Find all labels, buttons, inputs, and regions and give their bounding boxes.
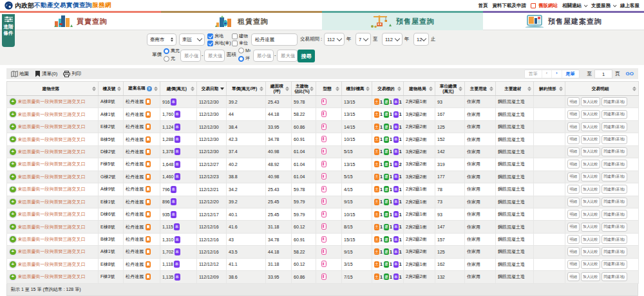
add-to-list-icon[interactable]: +	[10, 236, 16, 243]
project-badge-icon[interactable]	[146, 248, 151, 255]
district-select[interactable]: 東區	[179, 33, 205, 46]
radio-wan-yuan[interactable]: 萬元	[164, 48, 180, 54]
nav-related-links[interactable]: 相關連結	[562, 3, 587, 9]
same-project-button[interactable]: 同建案(基地)	[601, 122, 627, 131]
compare-button[interactable]: 加入比較	[581, 210, 600, 219]
map-view-button[interactable]: 地圖	[11, 71, 29, 77]
project-badge-icon[interactable]	[146, 124, 151, 130]
project-badge-icon[interactable]	[146, 236, 151, 243]
month-to-select[interactable]: 12	[413, 33, 429, 46]
detail-button[interactable]: 明細	[567, 97, 580, 106]
col-header-建物格局[interactable]: 建物格局	[404, 82, 435, 96]
project-badge-icon[interactable]	[146, 211, 151, 217]
add-to-list-icon[interactable]: +	[10, 162, 16, 168]
same-project-button[interactable]: 同建案(基地)	[601, 172, 627, 181]
detail-button[interactable]: 明細	[567, 122, 580, 131]
address-link[interactable]: 東區崇慶街一段與崇賢三路交叉口	[18, 98, 86, 105]
detail-button[interactable]: 明細	[567, 110, 580, 119]
project-badge-icon[interactable]	[146, 273, 151, 280]
same-project-button[interactable]: 同建案(基地)	[601, 210, 627, 219]
same-project-button[interactable]: 同建案(基地)	[601, 135, 627, 144]
col-header-樓及號[interactable]: 樓及號	[99, 82, 124, 96]
sort-icon[interactable]	[117, 86, 121, 91]
project-badge-icon[interactable]	[146, 98, 151, 105]
compare-button[interactable]: 加入比較	[581, 247, 600, 256]
col-header-主要用途[interactable]: 主要用途	[465, 82, 496, 96]
col-header-型態[interactable]: 型態	[316, 82, 342, 96]
radio-yuan[interactable]: 元	[164, 55, 175, 62]
same-project-button[interactable]: 同建案(基地)	[601, 247, 627, 256]
radio-square-meter[interactable]: M²	[238, 48, 251, 53]
help-icon[interactable]: ?	[147, 86, 152, 91]
detail-button[interactable]: 明細	[567, 272, 580, 281]
add-to-list-icon[interactable]: +	[10, 274, 16, 281]
address-link[interactable]: 東區崇慶街一段與崇賢三路交叉口	[18, 236, 86, 243]
compare-button[interactable]: 加入比較	[581, 122, 600, 131]
add-to-list-icon[interactable]: +	[10, 136, 16, 143]
checkbox-parking[interactable]: 車位	[232, 40, 248, 46]
project-badge-icon[interactable]	[146, 186, 151, 192]
checkbox-house-land[interactable]: 房地	[207, 33, 223, 39]
col-header-單價(萬元/坪)[interactable]: 單價(萬元/坪)	[227, 82, 266, 96]
same-project-button[interactable]: 同建案(基地)	[601, 97, 627, 106]
page-number-input[interactable]: 1	[594, 69, 612, 79]
compare-button[interactable]: 加入比較	[581, 223, 600, 232]
sort-icon[interactable]	[429, 86, 433, 91]
print-button[interactable]: 列印	[63, 71, 81, 77]
detail-button[interactable]: 明細	[567, 247, 580, 256]
col-header-車位總價[interactable]: 車位總價 (萬元)	[435, 82, 465, 96]
col-header-主要建材[interactable]: 主要建材	[496, 82, 534, 96]
tab-租賃查詢[interactable]: 租賃查詢	[161, 11, 322, 30]
sort-icon[interactable]	[397, 86, 401, 91]
same-project-button[interactable]: 同建案(基地)	[601, 260, 627, 269]
first-page-button[interactable]: 首筆	[525, 70, 542, 78]
compare-button[interactable]: 加入比較	[581, 185, 600, 194]
col-header-解約情形[interactable]: 解約情形	[534, 82, 565, 96]
address-link[interactable]: 東區崇慶街一段與崇賢三路交叉口	[18, 174, 86, 180]
year-to-select[interactable]: 112	[382, 33, 402, 46]
prev-page-button[interactable]: ‹	[542, 70, 552, 78]
tab-預售屋查詢[interactable]: 預售屋查詢	[322, 11, 483, 30]
project-badge-icon[interactable]	[146, 261, 151, 268]
price-max-input[interactable]: 最大值	[204, 50, 225, 62]
sort-icon[interactable]	[191, 86, 194, 91]
address-link[interactable]: 東區崇慶街一段與崇賢三路交叉口	[18, 161, 86, 167]
detail-button[interactable]: 明細	[567, 160, 580, 169]
add-to-list-icon[interactable]: +	[10, 149, 16, 155]
city-select[interactable]: 臺南市	[147, 33, 176, 46]
compare-button[interactable]: 加入比較	[581, 135, 600, 144]
compare-button[interactable]: 加入比較	[581, 172, 600, 181]
address-link[interactable]: 東區崇慶街一段與崇賢三路交叉口	[18, 224, 86, 230]
address-link[interactable]: 東區崇慶街一段與崇賢三路交叉口	[18, 261, 86, 268]
add-to-list-icon[interactable]: +	[10, 174, 16, 180]
same-project-button[interactable]: 同建案(基地)	[601, 110, 627, 119]
sort-desc-icon[interactable]	[220, 88, 224, 90]
address-link[interactable]: 東區崇慶街一段與崇賢三路交叉口	[18, 149, 86, 155]
same-project-button[interactable]: 同建案(基地)	[601, 185, 627, 194]
sort-icon[interactable]	[559, 86, 563, 91]
col-header-交易標的[interactable]: 交易標的	[372, 82, 404, 96]
detail-button[interactable]: 明細	[567, 235, 580, 244]
compare-button[interactable]: 加入比較	[581, 260, 600, 269]
col-header-建案名稱[interactable]: 建案名稱?	[124, 82, 160, 96]
sort-icon[interactable]	[92, 86, 96, 91]
project-badge-icon[interactable]	[146, 199, 151, 205]
sort-icon[interactable]	[154, 86, 158, 91]
address-link[interactable]: 東區崇慶街一段與崇賢三路交叉口	[18, 199, 86, 205]
sort-icon[interactable]	[285, 86, 289, 91]
month-from-select[interactable]: 7	[355, 33, 371, 46]
same-project-button[interactable]: 同建案(基地)	[601, 272, 627, 281]
col-header-建物坐落[interactable]: 建物坐落	[7, 82, 99, 96]
same-project-button[interactable]: 同建案(基地)	[601, 147, 627, 156]
address-link[interactable]: 東區崇慶街一段與崇賢三路交叉口	[18, 273, 86, 280]
keyword-input[interactable]: 松丹達麗	[251, 33, 298, 46]
address-link[interactable]: 東區崇慶街一段與崇賢三路交叉口	[18, 211, 86, 217]
add-to-list-icon[interactable]: +	[10, 211, 16, 217]
sort-icon[interactable]	[459, 86, 462, 91]
add-to-list-icon[interactable]: +	[10, 261, 16, 268]
radio-ping[interactable]: 坪	[238, 55, 250, 62]
year-from-select[interactable]: 112	[324, 33, 345, 46]
last-page-button[interactable]: 尾筆	[562, 70, 579, 78]
add-to-list-icon[interactable]: +	[10, 249, 16, 255]
address-link[interactable]: 東區崇慶街一段與崇賢三路交叉口	[18, 124, 86, 130]
